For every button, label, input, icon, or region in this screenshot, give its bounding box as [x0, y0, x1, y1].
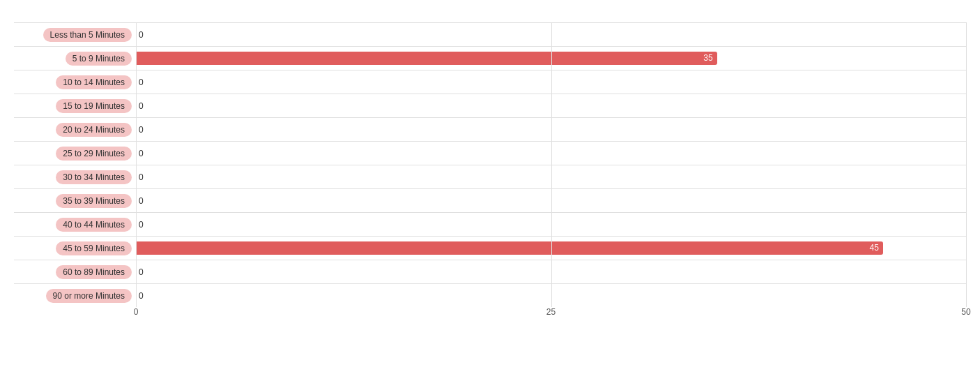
label-pill: 5 to 9 Minutes — [66, 52, 132, 66]
bar-track: 35 — [136, 47, 966, 70]
bar-label: 60 to 89 Minutes — [14, 265, 136, 279]
x-tick: 0 — [134, 307, 139, 317]
bar-value-inside: 35 — [703, 53, 712, 63]
bar-zero-value: 0 — [139, 77, 144, 87]
bar-track: 0 — [136, 142, 966, 165]
label-pill: 30 to 34 Minutes — [56, 170, 132, 184]
bar-track: 0 — [136, 118, 966, 141]
bar-track: 0 — [136, 70, 966, 94]
bar-label: Less than 5 Minutes — [14, 28, 136, 42]
bar-zero-value: 0 — [139, 30, 144, 40]
bar-row: 90 or more Minutes0 — [14, 283, 966, 307]
bar-label: 5 to 9 Minutes — [14, 52, 136, 66]
grid-line — [966, 22, 967, 307]
bar-row: 20 to 24 Minutes0 — [14, 117, 966, 141]
label-pill: 10 to 14 Minutes — [56, 75, 132, 89]
bar-label: 30 to 34 Minutes — [14, 170, 136, 184]
bar-row: Less than 5 Minutes0 — [14, 22, 966, 46]
bar-track: 0 — [136, 260, 966, 283]
bar-label: 90 or more Minutes — [14, 289, 136, 303]
bar-track: 0 — [136, 213, 966, 236]
bar-label: 10 to 14 Minutes — [14, 75, 136, 89]
bar-zero-value: 0 — [139, 125, 144, 135]
bar-row: 35 to 39 Minutes0 — [14, 188, 966, 212]
bar-track: 0 — [136, 284, 966, 307]
bar-label: 35 to 39 Minutes — [14, 194, 136, 208]
label-pill: 15 to 19 Minutes — [56, 99, 132, 113]
x-tick: 25 — [546, 307, 556, 317]
bar-zero-value: 0 — [139, 149, 144, 158]
bar-fill: 45 — [136, 241, 883, 255]
bar-zero-value: 0 — [139, 220, 144, 230]
label-pill: 90 or more Minutes — [46, 289, 132, 303]
bar-label: 45 to 59 Minutes — [14, 241, 136, 255]
bar-zero-value: 0 — [139, 291, 144, 301]
bar-zero-value: 0 — [139, 172, 144, 182]
bar-row: 10 to 14 Minutes0 — [14, 70, 966, 94]
bar-track: 0 — [136, 23, 966, 46]
bar-label: 15 to 19 Minutes — [14, 99, 136, 113]
chart-container: Less than 5 Minutes05 to 9 Minutes3510 t… — [0, 0, 980, 365]
chart-area: Less than 5 Minutes05 to 9 Minutes3510 t… — [14, 22, 966, 307]
bar-track: 0 — [136, 189, 966, 212]
bar-row: 25 to 29 Minutes0 — [14, 141, 966, 165]
label-pill: 25 to 29 Minutes — [56, 147, 132, 161]
label-pill: 40 to 44 Minutes — [56, 218, 132, 232]
bar-label: 40 to 44 Minutes — [14, 218, 136, 232]
bar-row: 15 to 19 Minutes0 — [14, 94, 966, 117]
label-pill: 60 to 89 Minutes — [56, 265, 132, 279]
bar-row: 45 to 59 Minutes45 — [14, 236, 966, 260]
bar-value-inside: 45 — [870, 243, 879, 253]
label-pill: Less than 5 Minutes — [43, 28, 132, 42]
bar-fill: 35 — [136, 52, 717, 66]
bar-row: 5 to 9 Minutes35 — [14, 46, 966, 70]
bar-track: 45 — [136, 237, 966, 260]
x-axis: 02550 — [136, 307, 966, 321]
bar-row: 60 to 89 Minutes0 — [14, 260, 966, 283]
label-pill: 20 to 24 Minutes — [56, 123, 132, 137]
bar-track: 0 — [136, 94, 966, 117]
bar-track: 0 — [136, 165, 966, 188]
bar-label: 20 to 24 Minutes — [14, 123, 136, 137]
bar-zero-value: 0 — [139, 196, 144, 206]
bar-row: 30 to 34 Minutes0 — [14, 165, 966, 188]
label-pill: 35 to 39 Minutes — [56, 194, 132, 208]
label-pill: 45 to 59 Minutes — [56, 241, 132, 255]
bar-row: 40 to 44 Minutes0 — [14, 212, 966, 236]
bar-label: 25 to 29 Minutes — [14, 147, 136, 161]
bar-zero-value: 0 — [139, 267, 144, 277]
bar-zero-value: 0 — [139, 101, 144, 111]
x-tick: 50 — [961, 307, 970, 317]
